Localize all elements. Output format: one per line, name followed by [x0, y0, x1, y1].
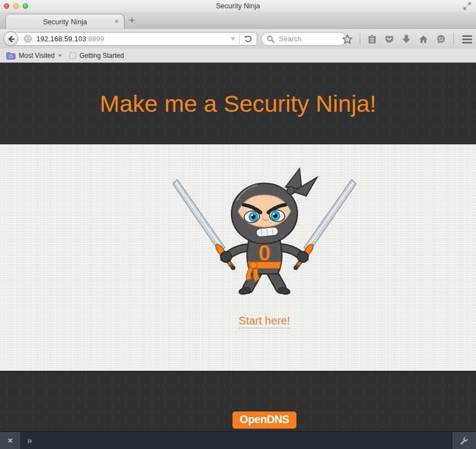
url-bar[interactable]: 192.168.59.103 :8899 — [11, 32, 257, 46]
ninja-illustration: 0 — [167, 166, 361, 296]
new-tab-button[interactable]: + — [129, 14, 135, 26]
reload-button[interactable] — [242, 35, 253, 43]
tab-title: Security Ninja — [43, 18, 87, 26]
back-button[interactable] — [3, 31, 18, 46]
page-header: Make me a Security Ninja! — [0, 63, 476, 144]
toolbar-buttons — [342, 29, 473, 49]
window-titlebar: Security Ninja — [0, 0, 476, 12]
ninja-head — [231, 169, 317, 244]
default-favicon-icon — [69, 52, 76, 59]
close-icon: ✕ — [7, 437, 13, 445]
double-chevron-icon: » — [27, 435, 32, 446]
start-here-link[interactable]: Start here! — [239, 315, 290, 328]
chat-smiley-icon — [436, 34, 446, 44]
tab-close-icon[interactable]: × — [115, 18, 118, 25]
developer-toolbar: ✕ » — [0, 431, 476, 449]
site-identity-globe-icon[interactable] — [24, 35, 32, 43]
hamburger-icon — [462, 35, 472, 37]
downloads-button[interactable] — [402, 34, 411, 44]
bookmark-most-visited[interactable]: Most Visited — [5, 51, 65, 61]
bookmarks-toolbar: Most Visited Getting Started — [0, 48, 476, 63]
opendns-logo[interactable]: OpenDNS — [232, 412, 296, 429]
window-title: Security Ninja — [0, 0, 476, 12]
bookmarks-menu-button[interactable] — [367, 34, 377, 45]
navigation-toolbar: 192.168.59.103 :8899 — [0, 29, 476, 48]
download-arrow-icon — [402, 34, 411, 44]
devtoolbar-expand-button[interactable]: » — [27, 432, 32, 449]
url-host-text: 192.168.59.103 — [36, 35, 86, 43]
menu-button[interactable] — [461, 34, 473, 45]
search-input[interactable] — [278, 34, 336, 44]
page-footer: OpenDNS — [0, 371, 476, 431]
bookmark-star-button[interactable] — [342, 34, 353, 45]
fullscreen-icon[interactable] — [463, 2, 471, 10]
smart-folder-icon — [6, 52, 15, 59]
devtools-button[interactable] — [452, 432, 476, 449]
clipboard-icon — [367, 34, 377, 45]
reload-icon — [244, 35, 252, 43]
bookmark-label: Getting Started — [79, 52, 124, 59]
page-main: 0 — [0, 144, 476, 371]
page-title: Make me a Security Ninja! — [0, 63, 476, 144]
chevron-down-icon — [58, 55, 62, 57]
browser-window: Security Ninja Security Ninja × + — [0, 0, 476, 449]
back-arrow-icon — [7, 35, 15, 44]
url-port-text: :8899 — [86, 35, 104, 43]
search-bar[interactable] — [261, 32, 347, 46]
home-icon — [418, 34, 429, 44]
bookmark-label: Most Visited — [19, 52, 55, 59]
search-icon — [267, 35, 274, 43]
devtoolbar-close-button[interactable]: ✕ — [0, 432, 21, 449]
wrench-icon — [460, 436, 469, 445]
star-icon — [342, 34, 353, 45]
tab-bar: Security Ninja × + — [0, 12, 476, 29]
home-button[interactable] — [418, 34, 429, 44]
pocket-button[interactable] — [384, 35, 394, 44]
pocket-icon — [384, 35, 394, 44]
url-dropdown-icon[interactable] — [231, 37, 235, 41]
tab-security-ninja[interactable]: Security Ninja × — [6, 14, 125, 29]
bookmark-getting-started[interactable]: Getting Started — [68, 51, 127, 61]
hello-chat-button[interactable] — [436, 34, 446, 44]
